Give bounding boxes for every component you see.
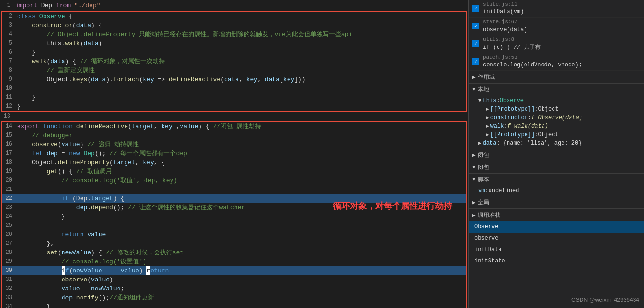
- line-13: 13: [0, 112, 468, 121]
- line-11: 11 }: [2, 93, 466, 102]
- file-4: patch.js:53: [483, 54, 582, 61]
- watermark: CSDN @weixin_42936434: [571, 297, 639, 303]
- line-6: 6 }: [2, 48, 466, 57]
- closure-arrow-1: ▶: [472, 152, 476, 158]
- checkbox-4[interactable]: [472, 58, 479, 65]
- global-arrow: ▶: [472, 199, 476, 205]
- call-stack-bottom-arrow: ▶: [472, 212, 476, 218]
- checkbox-3[interactable]: [472, 40, 479, 47]
- constructor-row: ▶ constructor: f Observe(data): [478, 113, 640, 122]
- script-label: 脚本: [478, 176, 489, 184]
- checkbox-2[interactable]: [472, 23, 479, 29]
- call-stack-entry-initstate[interactable]: initState: [469, 255, 644, 267]
- code-area: 1 import Dep from "./dep" 2 class Observ…: [0, 0, 468, 308]
- call-stack-item-4: patch.js:53 console.log(oldVnode, vnode)…: [469, 53, 644, 71]
- data-row: ▶ data: {name: 'lisa', age: 20}: [478, 139, 640, 148]
- line-14: 14 export function defineReactive(target…: [2, 122, 466, 131]
- line-7: 7 walk(data) { // 循环对象，对属性一次劫持: [2, 57, 466, 66]
- file-2: state.js:67: [483, 19, 527, 26]
- script-arrow: ▼: [472, 177, 476, 182]
- line-25: 25: [2, 221, 466, 230]
- file-1: state.js:11: [483, 1, 524, 8]
- file-3: utils.js:8: [483, 36, 541, 43]
- call-stack-top-section: state.js:11 initData(vm) state.js:67 obs…: [469, 0, 644, 71]
- method-2: observe(data): [483, 26, 527, 34]
- method-4: console.log(oldVnode, vnode);: [483, 61, 582, 69]
- method-1: initData(vm): [483, 8, 524, 16]
- line-5: 5 this.walk(data): [2, 39, 466, 48]
- vm-row: vm: undefined: [478, 187, 640, 195]
- closure-label-1: 闭包: [478, 151, 489, 159]
- script-scope-tree: vm: undefined: [469, 186, 644, 196]
- line-8: 8 // 重新定义属性: [2, 66, 466, 75]
- script-section-header[interactable]: ▼ 脚本: [469, 173, 644, 186]
- closure-section-header-1[interactable]: ▶ 闭包: [469, 149, 644, 161]
- line-20: 20 // console.log('取值', dep, key): [2, 176, 466, 185]
- call-stack-entry-observe2[interactable]: observe: [469, 233, 644, 244]
- global-label: 全局: [478, 198, 489, 206]
- global-section-header[interactable]: ▶ 全局: [469, 196, 644, 208]
- line-32: 32 value = newValue;: [2, 284, 466, 293]
- prototype-row-2: ▶ [[Prototype]]: Object: [478, 131, 640, 139]
- line-26: 26 return value: [2, 230, 466, 239]
- call-stack-entry-initdata[interactable]: initData: [469, 244, 644, 255]
- call-stack-bottom-header[interactable]: ▶ 调用堆栈: [469, 209, 644, 221]
- line-31: 31 observe(value): [2, 275, 466, 284]
- local-section-header[interactable]: ▼ 本地: [469, 83, 644, 95]
- call-stack-item-2: state.js:67 observe(data): [469, 18, 644, 35]
- line-3: 3 constructor(data) {: [2, 21, 466, 30]
- scope-label: 作用域: [478, 73, 495, 81]
- closure-label-2: 闭包: [478, 163, 489, 171]
- call-stack-item-3: utils.js:8 if (c) { // 儿子有: [469, 35, 644, 53]
- line-29: 29 // console.log('设置值'): [2, 257, 466, 266]
- annotation-text: 循环对象，对每个属性进行劫持: [333, 200, 452, 212]
- walk-row: ▶ walk: f walk(data): [478, 122, 640, 131]
- local-label: 本地: [478, 85, 489, 93]
- line-4: 4 // Object.defineProperty 只能劫持已经存在的属性。新…: [2, 30, 466, 39]
- line-18: 18 Object.defineProperty(target, key, {: [2, 158, 466, 167]
- method-3: if (c) { // 儿子有: [483, 44, 541, 52]
- line-9: 9 Object.keys(data).forEach(key => defin…: [2, 75, 466, 84]
- line-24: 24 }: [2, 212, 466, 221]
- local-arrow: ▼: [472, 86, 476, 92]
- section-define-reactive: 循环对象，对每个属性进行劫持 14 export function define…: [1, 121, 467, 308]
- section-class-observe: 2 class Observe { 3 constructor(data) { …: [1, 11, 467, 112]
- line-12: 12 }: [2, 102, 466, 111]
- line-21: 21: [2, 185, 466, 194]
- line-16: 16 observe(value) // 递归 劫持属性: [2, 140, 466, 149]
- line-27: 27 },: [2, 239, 466, 248]
- code-panel[interactable]: 1 import Dep from "./dep" 2 class Observ…: [0, 0, 469, 308]
- line-17: 17 let dep = new Dep(); // 每一个属性都有一个dep: [2, 149, 466, 158]
- line-19: 19 get() { // 取值调用: [2, 167, 466, 176]
- closure-section-header-2[interactable]: ▼ 闭包: [469, 161, 644, 173]
- call-stack-item-1: state.js:11 initData(vm): [469, 0, 644, 18]
- line-28: 28 set(newValue) { // 修改的时候，会执行set: [2, 248, 466, 257]
- checkbox-1[interactable]: [472, 5, 479, 12]
- line-34: 34 }: [2, 302, 466, 308]
- scope-arrow: ▶: [472, 74, 476, 80]
- scope-section-header[interactable]: ▶ 作用域: [469, 71, 644, 83]
- call-stack-entry-observe[interactable]: Observe: [469, 221, 644, 233]
- line-10: 10: [2, 84, 466, 93]
- prototype-row-1: ▶ [[Prototype]]: Object: [478, 105, 640, 113]
- line-2: 2 class Observe {: [2, 12, 466, 21]
- line-1: 1 import Dep from "./dep": [0, 0, 468, 11]
- line-15: 15 // debugger: [2, 131, 466, 140]
- right-panel: state.js:11 initData(vm) state.js:67 obs…: [469, 0, 644, 308]
- call-stack-bottom-label: 调用堆栈: [478, 211, 500, 219]
- line-30: 30 if(newValue === value) return: [2, 266, 466, 275]
- local-scope-tree: ▼ this: Observe ▶ [[Prototype]]: Object …: [469, 95, 644, 149]
- this-row: ▼ this: Observe: [478, 96, 640, 105]
- line-33: 33 dep.notify();//通知组件更新: [2, 293, 466, 302]
- call-stack-bottom-section: ▶ 调用堆栈 Observe observe initData initStat…: [469, 208, 644, 267]
- closure-arrow-2: ▼: [472, 164, 476, 170]
